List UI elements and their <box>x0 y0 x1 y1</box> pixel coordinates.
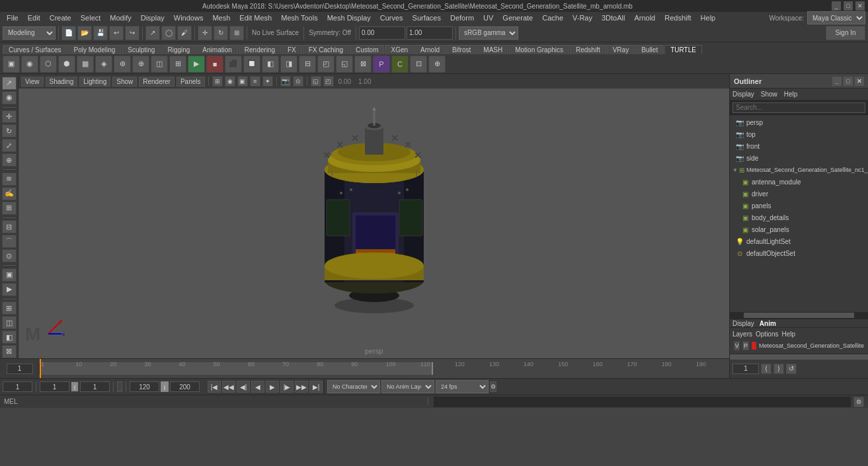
quick-layout-4[interactable]: ⊠ <box>2 345 17 358</box>
shelf-tab-fx[interactable]: FX <box>282 45 302 54</box>
shelf-tab-poly-modeling[interactable]: Poly Modeling <box>67 45 121 54</box>
menu-mesh-tools[interactable]: Mesh Tools <box>277 13 321 22</box>
status-settings-btn[interactable]: ⚙ <box>853 397 864 407</box>
timeline-fwd-btn[interactable]: ⟩ <box>773 364 784 374</box>
close-button[interactable]: ✕ <box>855 1 865 11</box>
scale-tool[interactable]: ⤢ <box>2 139 17 152</box>
anim-label[interactable]: Anim <box>760 320 776 327</box>
show-manip[interactable]: ⊞ <box>2 202 17 215</box>
coord-y-field[interactable]: 1.00 <box>407 26 453 40</box>
shelf-icon-5[interactable]: ▦ <box>77 56 94 73</box>
anim-layer-dropdown[interactable]: No Anim Layer <box>381 380 434 393</box>
shelf-icon-7[interactable]: ⊛ <box>114 56 131 73</box>
tree-item-meteosat-group[interactable]: ▼ ⊞ Meteosat_Second_Generation_Satellite… <box>730 164 868 176</box>
shelf-icon-21[interactable]: P <box>373 56 390 73</box>
undo-btn[interactable]: ↩ <box>109 26 124 40</box>
vp-tb-iso[interactable]: ◱ <box>311 76 321 87</box>
shelf-icon-2[interactable]: ◉ <box>21 56 38 73</box>
universal-manip[interactable]: ⊕ <box>2 153 17 167</box>
menu-cache[interactable]: Cache <box>538 13 567 22</box>
sign-in-btn[interactable]: Sign In <box>826 26 865 40</box>
scale-tool-btn[interactable]: ⊞ <box>229 26 244 40</box>
shelf-tab-animation[interactable]: Animation <box>196 45 237 54</box>
playback-step-fwd-btn[interactable]: ▶▶ <box>295 381 308 393</box>
layers-help-btn[interactable]: Help <box>781 330 795 338</box>
display-label[interactable]: Display <box>732 320 754 327</box>
tree-item-default-light-set[interactable]: 💡 defaultLightSet <box>730 235 868 247</box>
playback-go-start-btn[interactable]: |◀ <box>208 381 221 393</box>
playback-step-back-btn[interactable]: ◀◀ <box>222 381 235 393</box>
vp-renderer-menu[interactable]: Renderer <box>139 77 175 87</box>
playback-go-end-btn[interactable]: ▶| <box>309 381 323 393</box>
shelf-icon-3[interactable]: ⬡ <box>40 56 57 73</box>
tree-item-persp[interactable]: 📷 persp <box>730 116 868 128</box>
shelf-tab-custom[interactable]: Custom <box>350 45 384 54</box>
menu-arnold[interactable]: Arnold <box>630 13 659 22</box>
quick-layout-2[interactable]: ◫ <box>2 316 17 329</box>
gamma-dropdown[interactable]: sRGB gamma <box>459 26 518 40</box>
outliner-menu-show[interactable]: Show <box>761 91 777 98</box>
paint-tool-btn[interactable]: 🖌 <box>177 26 192 40</box>
shelf-tab-rigging[interactable]: Rigging <box>161 45 196 54</box>
range-frame-field[interactable]: 1 <box>80 381 110 392</box>
layers-btn[interactable]: Layers <box>732 330 752 338</box>
shelf-icon-4[interactable]: ⬢ <box>58 56 75 73</box>
shelf-tab-arnold[interactable]: Arnold <box>414 45 446 54</box>
shelf-icon-15[interactable]: ◧ <box>262 56 279 73</box>
shelf-icon-1[interactable]: ▣ <box>3 56 20 73</box>
menu-3dtoall[interactable]: 3DtoAll <box>598 13 629 22</box>
shelf-tab-fx-caching[interactable]: FX Caching <box>303 45 349 54</box>
shelf-tab-mash[interactable]: MASH <box>477 45 508 54</box>
shelf-tab-bullet[interactable]: Bullet <box>635 45 664 54</box>
menu-redshift[interactable]: Redshift <box>660 13 695 22</box>
timeline-ruler[interactable]: 1 10 20 30 40 50 60 70 80 90 100 110 120… <box>40 359 729 378</box>
menu-edit[interactable]: Edit <box>24 13 44 22</box>
redo-btn[interactable]: ↪ <box>125 26 139 40</box>
playback-settings-btn[interactable]: ⚙ <box>490 381 496 392</box>
outliner-close-btn[interactable]: ✕ <box>855 77 864 86</box>
shelf-tab-redshift[interactable]: Redshift <box>570 45 606 54</box>
move-tool-btn[interactable]: ✛ <box>198 26 212 40</box>
rotate-tool[interactable]: ↻ <box>2 124 17 137</box>
tree-item-default-object-set[interactable]: ⊙ defaultObjectSet <box>730 247 868 259</box>
vp-lighting-menu[interactable]: Lighting <box>79 77 110 87</box>
tree-item-side[interactable]: 📷 side <box>730 152 868 164</box>
rotate-tool-btn[interactable]: ↻ <box>214 26 228 40</box>
shelf-icon-14[interactable]: 🔲 <box>243 56 260 73</box>
playback-next-key-btn[interactable]: |▶ <box>280 381 294 393</box>
timeline-frame-field-left[interactable]: 1 <box>7 364 33 374</box>
menu-generate[interactable]: Generate <box>498 13 537 22</box>
minimize-button[interactable]: _ <box>832 1 841 11</box>
layer-visibility-btn[interactable]: V <box>734 341 740 350</box>
shelf-tab-motion-graphics[interactable]: Motion Graphics <box>509 45 569 54</box>
shelf-icon-22[interactable]: C <box>391 56 409 73</box>
snap-point-tool[interactable]: ⊙ <box>2 249 17 262</box>
shelf-icon-10[interactable]: ⊞ <box>169 56 186 73</box>
status-input[interactable] <box>434 397 851 407</box>
vp-tb-cam2[interactable]: ⊙ <box>293 76 303 87</box>
current-frame-field[interactable]: 1 <box>732 364 759 374</box>
tree-item-panels[interactable]: ▣ panels <box>730 200 868 212</box>
tree-item-top[interactable]: 📷 top <box>730 128 868 140</box>
shelf-icon-24[interactable]: ⊕ <box>428 56 446 73</box>
menu-mesh[interactable]: Mesh <box>208 13 234 22</box>
menu-uv[interactable]: UV <box>479 13 497 22</box>
workspace-dropdown[interactable]: Maya Classic <box>807 11 865 24</box>
char-set-dropdown[interactable]: No Character Set <box>327 380 380 393</box>
vp-panels-menu[interactable]: Panels <box>177 77 205 87</box>
restore-button[interactable]: □ <box>844 1 853 11</box>
tree-item-driver[interactable]: ▣ driver <box>730 188 868 200</box>
vp-tb-5[interactable]: ✦ <box>262 76 273 87</box>
shelf-icon-18[interactable]: ◰ <box>317 56 335 73</box>
vp-tb-cam1[interactable]: 📷 <box>280 76 291 87</box>
menu-windows[interactable]: Windows <box>170 13 208 22</box>
menu-help[interactable]: Help <box>697 13 720 22</box>
coord-x-field[interactable]: 0.00 <box>359 26 405 40</box>
playback-frame-field[interactable]: 1 <box>40 381 69 392</box>
timeline-nav-btn[interactable]: ⟨ <box>761 364 771 374</box>
vp-tb-3[interactable]: ▣ <box>237 76 248 87</box>
lasso-tool-btn[interactable]: ◯ <box>161 26 176 40</box>
render-region[interactable]: ▣ <box>2 268 17 282</box>
tree-item-antenna[interactable]: ▣ antenna_module <box>730 176 868 188</box>
new-scene-btn[interactable]: 📄 <box>61 26 76 40</box>
